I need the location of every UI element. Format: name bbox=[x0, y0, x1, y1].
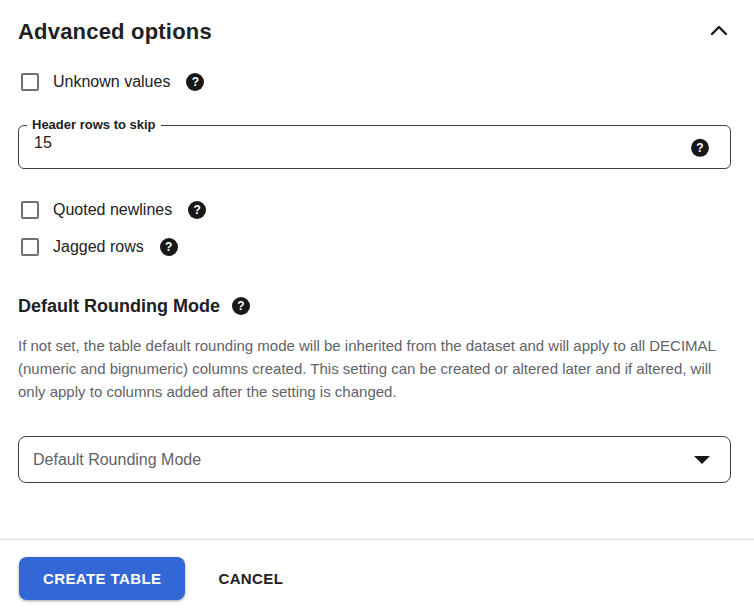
collapse-section-button[interactable] bbox=[707, 20, 731, 44]
rounding-heading: Default Rounding Mode bbox=[18, 296, 220, 317]
rounding-mode-select-value: Default Rounding Mode bbox=[33, 451, 201, 469]
action-bar: CREATE TABLE CANCEL bbox=[19, 557, 731, 600]
unknown-values-label: Unknown values bbox=[53, 73, 170, 91]
chevron-up-icon bbox=[707, 19, 731, 46]
footer-divider bbox=[0, 539, 754, 540]
rounding-heading-row: Default Rounding Mode ? bbox=[18, 295, 731, 317]
jagged-rows-row: Jagged rows ? bbox=[21, 237, 731, 257]
header-rows-help-icon[interactable]: ? bbox=[691, 139, 709, 157]
jagged-rows-help-icon[interactable]: ? bbox=[160, 238, 178, 256]
rounding-help-icon[interactable]: ? bbox=[232, 297, 250, 315]
quoted-newlines-checkbox[interactable] bbox=[21, 201, 39, 219]
header-rows-input[interactable] bbox=[19, 132, 670, 162]
cancel-button[interactable]: CANCEL bbox=[218, 570, 283, 587]
quoted-newlines-help-icon[interactable]: ? bbox=[188, 201, 206, 219]
section-header: Advanced options bbox=[18, 18, 731, 46]
quoted-newlines-row: Quoted newlines ? bbox=[21, 200, 731, 220]
rounding-description: If not set, the table default rounding m… bbox=[18, 334, 731, 403]
header-rows-field: Header rows to skip ? bbox=[18, 118, 731, 169]
create-table-button[interactable]: CREATE TABLE bbox=[19, 557, 185, 600]
unknown-values-checkbox[interactable] bbox=[21, 73, 39, 91]
advanced-options-panel: Advanced options Unknown values ? Header… bbox=[0, 18, 754, 600]
rounding-mode-select[interactable]: Default Rounding Mode bbox=[18, 436, 731, 483]
caret-down-icon bbox=[694, 456, 710, 464]
jagged-rows-checkbox[interactable] bbox=[21, 238, 39, 256]
quoted-newlines-label: Quoted newlines bbox=[53, 201, 172, 219]
jagged-rows-label: Jagged rows bbox=[53, 238, 144, 256]
unknown-values-help-icon[interactable]: ? bbox=[186, 73, 204, 91]
unknown-values-row: Unknown values ? bbox=[21, 72, 731, 92]
section-title: Advanced options bbox=[18, 19, 212, 45]
header-rows-field-label: Header rows to skip bbox=[27, 118, 161, 132]
